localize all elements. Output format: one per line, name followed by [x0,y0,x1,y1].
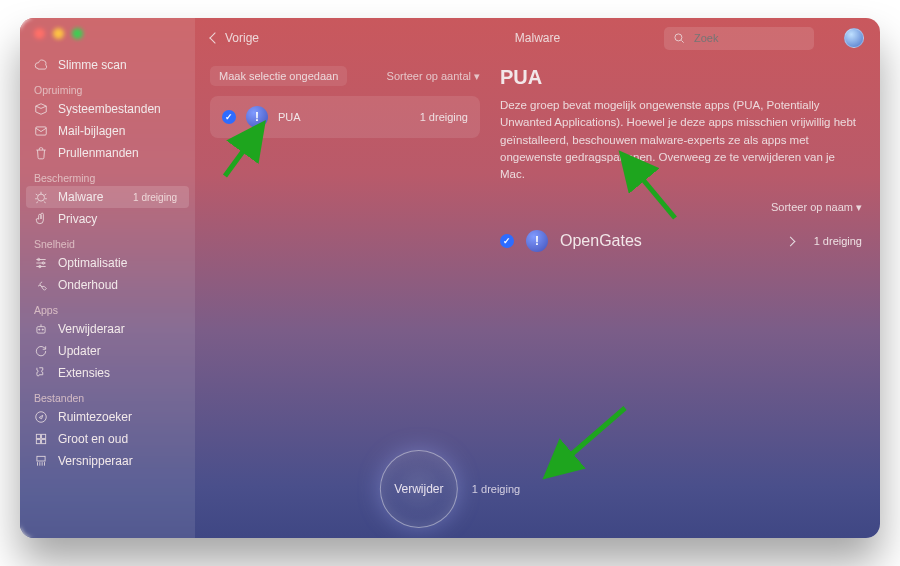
sidebar-item-malware[interactable]: Malware1 dreiging [26,186,189,208]
sidebar-item-privacy[interactable]: Privacy [20,208,195,230]
groups-column: Maak selectie ongedaan Sorteer op aantal… [210,66,480,138]
sidebar-item-label: Optimalisatie [58,256,127,270]
chevron-left-icon [209,32,220,43]
trash-icon [34,146,48,160]
svg-point-8 [36,412,47,423]
threat-group-name: PUA [278,111,301,123]
svg-rect-9 [36,434,40,438]
compass-icon [34,410,48,424]
svg-rect-0 [36,127,47,135]
sidebar-item-label: Updater [58,344,101,358]
app-window: Slimme scan Opruiming Systeembestanden M… [20,18,880,538]
hand-icon [34,212,48,226]
remove-subtext: 1 dreiging [472,483,520,495]
svg-point-7 [42,329,43,330]
sidebar-item-updater[interactable]: Updater [20,340,195,362]
sidebar-item-label: Mail-bijlagen [58,124,125,138]
shred-icon [34,454,48,468]
sidebar-item-mail[interactable]: Mail-bijlagen [20,120,195,142]
search-box[interactable] [664,27,814,50]
svg-point-14 [675,34,682,41]
sidebar: Slimme scan Opruiming Systeembestanden M… [20,18,195,538]
sort-items-button[interactable]: Sorteer op naam ▾ [771,201,862,214]
back-button[interactable]: Vorige [211,31,259,45]
sidebar-item-label: Privacy [58,212,97,226]
sidebar-section-title: Snelheid [20,230,195,252]
svg-rect-12 [42,440,46,444]
sidebar-badge: 1 dreiging [133,192,177,203]
details-description: Deze groep bevat mogelijk ongewenste app… [500,97,862,183]
mail-icon [34,124,48,138]
remove-button-label: Verwijder [394,482,443,496]
details-panel: PUA Deze groep bevat mogelijk ongewenste… [500,66,862,258]
cloud-icon [34,58,48,72]
robot-icon [34,322,48,336]
sidebar-item-system-files[interactable]: Systeembestanden [20,98,195,120]
sidebar-item-shredder[interactable]: Versnipperaar [20,450,195,472]
sidebar-item-label: Prullenmanden [58,146,139,160]
sort-groups-button[interactable]: Sorteer op aantal ▾ [387,70,480,83]
checkbox-checked-icon[interactable] [500,234,514,248]
undo-selection-button[interactable]: Maak selectie ongedaan [210,66,347,86]
sidebar-item-label: Malware [58,190,103,204]
annotation-arrow-icon [530,398,640,492]
topbar: Vorige Malware [195,18,880,58]
sidebar-item-label: Onderhoud [58,278,118,292]
puzzle-icon [34,366,48,380]
account-avatar[interactable] [844,28,864,48]
svg-point-6 [39,329,40,330]
grid-icon [34,432,48,446]
sidebar-item-label: Versnipperaar [58,454,133,468]
svg-point-1 [38,194,45,201]
sidebar-item-maintenance[interactable]: Onderhoud [20,274,195,296]
sidebar-item-label: Extensies [58,366,110,380]
sidebar-item-large-old[interactable]: Groot en oud [20,428,195,450]
sidebar-item-label: Verwijderaar [58,322,125,336]
threat-item-name: OpenGates [560,232,642,250]
box-icon [34,102,48,116]
svg-rect-11 [36,440,40,444]
details-title: PUA [500,66,862,89]
sidebar-item-label: Systeembestanden [58,102,161,116]
sidebar-item-smart-scan[interactable]: Slimme scan [20,54,195,76]
sidebar-item-optimization[interactable]: Optimalisatie [20,252,195,274]
bug-icon [34,190,48,204]
svg-rect-5 [37,327,45,333]
sidebar-section-title: Apps [20,296,195,318]
sidebar-item-uninstaller[interactable]: Verwijderaar [20,318,195,340]
wrench-icon [34,278,48,292]
remove-button[interactable]: Verwijder [380,450,458,528]
search-icon [672,31,686,45]
breadcrumb: Malware [515,31,560,45]
back-label: Vorige [225,31,259,45]
svg-rect-13 [37,456,45,461]
threat-group-count: 1 dreiging [420,111,468,123]
threat-item-icon: ! [526,230,548,252]
sidebar-section-title: Opruiming [20,76,195,98]
search-input[interactable] [694,32,806,44]
sidebar-item-label: Slimme scan [58,58,127,72]
threat-item-row[interactable]: ! OpenGates 1 dreiging [500,224,862,258]
sidebar-section-title: Bescherming [20,164,195,186]
sidebar-item-trash[interactable]: Prullenmanden [20,142,195,164]
chevron-right-icon [785,236,795,246]
pua-group-icon: ! [246,106,268,128]
checkbox-checked-icon[interactable] [222,110,236,124]
sliders-icon [34,256,48,270]
svg-rect-10 [42,434,46,438]
svg-line-17 [550,408,625,473]
primary-action: Verwijder 1 dreiging [380,450,520,528]
refresh-icon [34,344,48,358]
threat-group-row[interactable]: ! PUA 1 dreiging [210,96,480,138]
sidebar-item-space[interactable]: Ruimtezoeker [20,406,195,428]
sidebar-item-label: Groot en oud [58,432,128,446]
sidebar-item-label: Ruimtezoeker [58,410,132,424]
sidebar-section-title: Bestanden [20,384,195,406]
threat-item-count: 1 dreiging [814,235,862,247]
sidebar-item-extensions[interactable]: Extensies [20,362,195,384]
